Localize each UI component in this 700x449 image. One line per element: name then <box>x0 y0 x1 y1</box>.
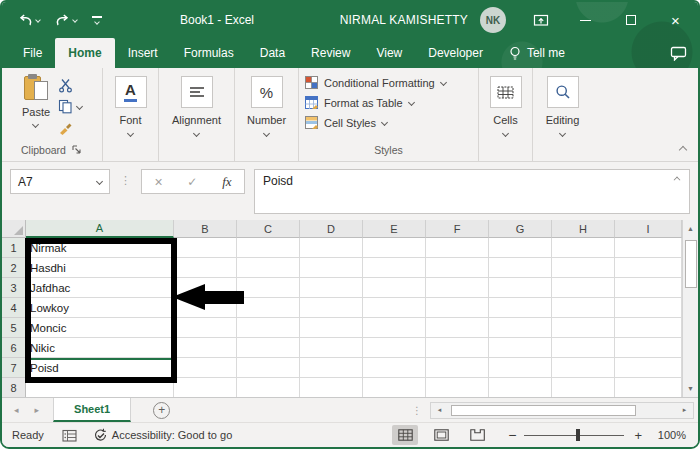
scroll-down-icon[interactable]: ▼ <box>683 380 699 397</box>
column-header-I[interactable]: I <box>615 220 682 238</box>
cell-B8[interactable] <box>174 378 237 397</box>
cell-C8[interactable] <box>237 378 300 397</box>
alignment-group-button[interactable]: Alignment <box>158 68 234 161</box>
sheet-tab-sheet1[interactable]: Sheet1 <box>53 398 131 422</box>
column-header-B[interactable]: B <box>174 220 237 238</box>
cell-F1[interactable] <box>426 238 489 258</box>
cell-C2[interactable] <box>237 258 300 278</box>
scroll-left-icon[interactable]: ◂ <box>431 403 448 418</box>
cell-F4[interactable] <box>426 298 489 318</box>
formula-bar-input[interactable]: Poisd <box>254 169 690 214</box>
cut-button[interactable] <box>58 78 82 93</box>
insert-function-button[interactable]: fx <box>222 174 231 190</box>
cancel-entry-button[interactable]: × <box>154 174 162 190</box>
cell-G1[interactable] <box>489 238 552 258</box>
paste-button[interactable]: Paste <box>22 74 50 127</box>
row-header-1[interactable]: 1 <box>2 238 26 258</box>
cell-D5[interactable] <box>300 318 363 338</box>
cell-I7[interactable] <box>615 358 682 378</box>
cell-H5[interactable] <box>552 318 615 338</box>
cell-D1[interactable] <box>300 238 363 258</box>
cell-G3[interactable] <box>489 278 552 298</box>
tab-home[interactable]: Home <box>55 38 114 68</box>
tab-view[interactable]: View <box>363 38 415 68</box>
previous-sheet-icon[interactable]: ◂ <box>14 405 19 415</box>
row-header-2[interactable]: 2 <box>2 258 26 278</box>
cell-E5[interactable] <box>363 318 426 338</box>
conditional-formatting-button[interactable]: Conditional Formatting <box>305 76 446 89</box>
row-header-5[interactable]: 5 <box>2 318 26 338</box>
cell-B5[interactable] <box>174 318 237 338</box>
cell-E8[interactable] <box>363 378 426 397</box>
next-sheet-icon[interactable]: ▸ <box>35 405 40 415</box>
zoom-level[interactable]: 100% <box>652 429 686 441</box>
column-header-C[interactable]: C <box>237 220 300 238</box>
cell-F3[interactable] <box>426 278 489 298</box>
cell-I4[interactable] <box>615 298 682 318</box>
column-header-F[interactable]: F <box>426 220 489 238</box>
column-header-D[interactable]: D <box>300 220 363 238</box>
cell-C1[interactable] <box>237 238 300 258</box>
cell-D6[interactable] <box>300 338 363 358</box>
select-all-button[interactable] <box>2 220 26 238</box>
cell-D8[interactable] <box>300 378 363 397</box>
minimize-button[interactable] <box>563 2 608 38</box>
tab-review[interactable]: Review <box>298 38 363 68</box>
cell-G8[interactable] <box>489 378 552 397</box>
horizontal-scrollbar-thumb[interactable] <box>451 405 636 416</box>
zoom-in-button[interactable]: + <box>634 428 642 443</box>
cell-I1[interactable] <box>615 238 682 258</box>
tab-insert[interactable]: Insert <box>115 38 171 68</box>
cell-C3[interactable] <box>237 278 300 298</box>
ribbon-display-options-button[interactable] <box>518 2 563 38</box>
scroll-right-icon[interactable]: ▸ <box>676 403 693 418</box>
cell-G4[interactable] <box>489 298 552 318</box>
cell-E7[interactable] <box>363 358 426 378</box>
cell-F7[interactable] <box>426 358 489 378</box>
cell-H4[interactable] <box>552 298 615 318</box>
collapse-ribbon-icon[interactable] <box>679 146 687 154</box>
feedback-button[interactable] <box>658 38 698 68</box>
cell-B7[interactable] <box>174 358 237 378</box>
cell-B6[interactable] <box>174 338 237 358</box>
cell-G7[interactable] <box>489 358 552 378</box>
cell-H6[interactable] <box>552 338 615 358</box>
cell-C4[interactable] <box>237 298 300 318</box>
cell-E6[interactable] <box>363 338 426 358</box>
customize-quick-access-toolbar-button[interactable] <box>92 16 102 24</box>
close-button[interactable]: × <box>653 2 698 38</box>
redo-button[interactable] <box>55 14 77 27</box>
horizontal-scrollbar[interactable]: ◂ ▸ <box>430 402 694 419</box>
cell-F5[interactable] <box>426 318 489 338</box>
cell-B1[interactable] <box>174 238 237 258</box>
row-header-7[interactable]: 7 <box>2 358 26 378</box>
cell-H2[interactable] <box>552 258 615 278</box>
page-layout-view-button[interactable] <box>428 425 454 445</box>
cell-F2[interactable] <box>426 258 489 278</box>
cell-D7[interactable] <box>300 358 363 378</box>
cell-H8[interactable] <box>552 378 615 397</box>
editing-group-button[interactable]: Editing <box>532 68 592 161</box>
redo-dropdown-icon[interactable] <box>72 17 78 23</box>
row-header-3[interactable]: 3 <box>2 278 26 298</box>
cell-I3[interactable] <box>615 278 682 298</box>
cell-E3[interactable] <box>363 278 426 298</box>
tab-data[interactable]: Data <box>247 38 298 68</box>
cell-C5[interactable] <box>237 318 300 338</box>
copy-button[interactable] <box>58 99 82 114</box>
cell-B2[interactable] <box>174 258 237 278</box>
tab-splitter-handle[interactable]: ⋮ <box>412 405 422 416</box>
tab-formulas[interactable]: Formulas <box>171 38 247 68</box>
cell-G2[interactable] <box>489 258 552 278</box>
page-break-preview-button[interactable] <box>464 425 490 445</box>
accessibility-status[interactable]: Accessibility: Good to go <box>93 428 232 442</box>
cell-G6[interactable] <box>489 338 552 358</box>
copy-dropdown-icon[interactable] <box>76 103 83 110</box>
column-header-H[interactable]: H <box>552 220 615 238</box>
column-header-E[interactable]: E <box>363 220 426 238</box>
vertical-scrollbar[interactable]: ▲ ▼ <box>682 220 698 397</box>
column-header-A[interactable]: A <box>26 220 174 238</box>
cell-E1[interactable] <box>363 238 426 258</box>
zoom-out-button[interactable]: − <box>508 427 516 443</box>
maximize-button[interactable] <box>608 2 653 38</box>
